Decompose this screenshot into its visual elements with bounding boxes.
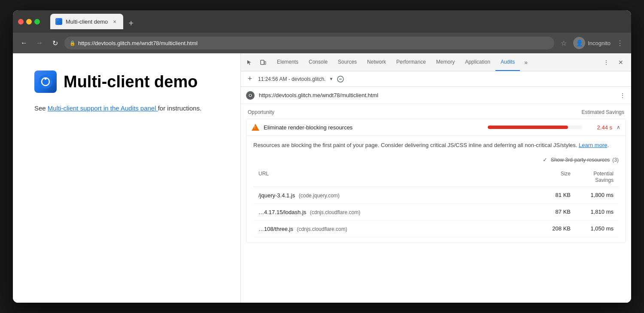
audit-url-row: https://devtools.glitch.me/wndt78/multic… bbox=[241, 87, 631, 104]
forward-button[interactable]: → bbox=[33, 37, 46, 49]
glitch-logo-svg bbox=[38, 74, 53, 89]
traffic-light-yellow[interactable] bbox=[26, 19, 32, 25]
resource-savings: 1,050 ms bbox=[571, 225, 614, 232]
incognito-icon: 👤 bbox=[573, 37, 585, 49]
resource-size: 81 KB bbox=[536, 192, 571, 198]
audit-desc-period: . bbox=[607, 142, 609, 148]
title-bar: 🔵 Multi-client demo ✕ + bbox=[13, 10, 631, 33]
page-desc-after: for instructions. bbox=[158, 104, 202, 112]
svg-rect-3 bbox=[261, 60, 264, 64]
device-icon bbox=[260, 59, 266, 65]
warning-icon bbox=[252, 123, 259, 131]
tab-memory[interactable]: Memory bbox=[431, 53, 460, 71]
back-button[interactable]: ← bbox=[18, 37, 30, 49]
audit-desc-text: Resources are blocking the first paint o… bbox=[253, 142, 579, 148]
resources-table-header: URL Size PotentialSavings bbox=[253, 168, 619, 187]
third-party-row: ✓ Show 3rd-party resources (3) bbox=[253, 157, 619, 168]
col-size-header: Size bbox=[536, 171, 571, 184]
tab-console[interactable]: Console bbox=[304, 53, 333, 71]
col-url-header: URL bbox=[258, 171, 536, 184]
audits-panel-link[interactable]: Multi-client support in the Audits panel bbox=[48, 104, 158, 112]
timestamp-dropdown[interactable]: ▼ bbox=[329, 77, 333, 81]
resources-table: URL Size PotentialSavings /jquery-3.4.1.… bbox=[253, 168, 619, 237]
page-title: Multi-client demo bbox=[64, 73, 197, 91]
audit-expand-button[interactable]: ∧ bbox=[617, 124, 620, 130]
element-picker-button[interactable] bbox=[243, 56, 255, 68]
resource-url-cell: …108/three.js (cdnjs.cloudflare.com) bbox=[258, 225, 536, 233]
audits-content: Opportunity Estimated Savings Eliminate … bbox=[241, 104, 631, 303]
tab-audits[interactable]: Audits bbox=[495, 53, 520, 71]
cursor-icon bbox=[246, 59, 252, 65]
tab-application[interactable]: Application bbox=[460, 53, 495, 71]
audit-progress-bar bbox=[488, 126, 582, 129]
browser-more-button[interactable]: ⋮ bbox=[614, 37, 626, 49]
tab-label: Multi-client demo bbox=[66, 18, 108, 25]
audit-savings: 2.44 s bbox=[586, 124, 612, 131]
incognito-label: Incognito bbox=[588, 40, 611, 46]
audit-item: Eliminate render-blocking resources 2.44… bbox=[246, 119, 626, 243]
resource-url-sub: (cdnjs.cloudflare.com) bbox=[310, 209, 360, 215]
audit-description: Resources are blocking the first paint o… bbox=[253, 141, 619, 150]
opportunity-header: Opportunity Estimated Savings bbox=[241, 104, 631, 119]
svg-point-7 bbox=[248, 93, 253, 98]
learn-more-link[interactable]: Learn more bbox=[579, 142, 607, 148]
favicon-icon bbox=[247, 92, 253, 98]
tab-bar: 🔵 Multi-client demo ✕ + bbox=[50, 14, 626, 29]
audit-timestamp: 11:24:56 AM - devtools.glitch. bbox=[258, 76, 325, 82]
resource-row: …108/three.js (cdnjs.cloudflare.com) 208… bbox=[253, 221, 619, 237]
clear-audits-button[interactable] bbox=[337, 75, 344, 83]
page-content: Multi-client demo See Multi-client suppo… bbox=[13, 53, 240, 303]
browser-window: 🔵 Multi-client demo ✕ + ← → ↻ 🔒 https://… bbox=[13, 10, 631, 303]
resource-size: 87 KB bbox=[536, 209, 571, 215]
resource-url-sub: (cdnjs.cloudflare.com) bbox=[297, 226, 347, 232]
svg-point-2 bbox=[45, 78, 47, 80]
tab-sources[interactable]: Sources bbox=[333, 53, 362, 71]
tab-favicon: 🔵 bbox=[55, 18, 62, 25]
cancel-icon bbox=[337, 76, 344, 83]
svg-rect-4 bbox=[264, 61, 266, 64]
browser-tab[interactable]: 🔵 Multi-client demo ✕ bbox=[50, 14, 123, 29]
third-party-count: (3) bbox=[612, 157, 619, 163]
device-mode-button[interactable] bbox=[257, 56, 269, 68]
audit-favicon bbox=[246, 91, 255, 100]
resource-savings: 1,800 ms bbox=[571, 192, 614, 198]
reload-button[interactable]: ↻ bbox=[49, 37, 61, 49]
main-content: Multi-client demo See Multi-client suppo… bbox=[13, 53, 631, 303]
page-logo-row: Multi-client demo bbox=[34, 71, 219, 93]
third-party-checkbox[interactable]: ✓ bbox=[542, 157, 548, 163]
tab-close-button[interactable]: ✕ bbox=[111, 18, 118, 25]
devtools-right-buttons: ⋮ ✕ bbox=[599, 56, 629, 68]
audit-url: https://devtools.glitch.me/wndt78/multic… bbox=[259, 92, 615, 98]
url-text: https://devtools.glitch.me/wndt78/multic… bbox=[78, 40, 197, 46]
lock-icon: 🔒 bbox=[70, 40, 76, 46]
page-logo bbox=[34, 71, 57, 93]
traffic-light-red[interactable] bbox=[18, 19, 24, 25]
devtools-settings-button[interactable]: ⋮ bbox=[600, 56, 612, 68]
resource-size: 208 KB bbox=[536, 225, 571, 232]
audit-item-header[interactable]: Eliminate render-blocking resources 2.44… bbox=[246, 119, 626, 135]
tab-performance[interactable]: Performance bbox=[391, 53, 431, 71]
bookmark-button[interactable]: ☆ bbox=[558, 37, 570, 49]
devtools-close-button[interactable]: ✕ bbox=[615, 56, 627, 68]
address-bar: ← → ↻ 🔒 https://devtools.glitch.me/wndt7… bbox=[13, 33, 631, 53]
devtools-panel: Elements Console Sources Network Perform… bbox=[240, 53, 631, 303]
tabs-more-button[interactable]: » bbox=[520, 56, 532, 68]
new-tab-button[interactable]: + bbox=[125, 17, 137, 29]
resource-url-main: …108/three.js bbox=[258, 226, 293, 232]
audit-options-button[interactable]: ⋮ bbox=[620, 92, 626, 99]
svg-point-0 bbox=[39, 75, 52, 89]
address-input[interactable]: 🔒 https://devtools.glitch.me/wndt78/mult… bbox=[64, 37, 554, 49]
third-party-label: Show 3rd-party resources bbox=[551, 157, 610, 163]
traffic-light-green[interactable] bbox=[34, 19, 40, 25]
warning-triangle bbox=[252, 124, 259, 131]
devtools-url-bar: + 11:24:56 AM - devtools.glitch. ▼ bbox=[241, 71, 631, 87]
devtools-toolbar: Elements Console Sources Network Perform… bbox=[241, 53, 631, 71]
resource-url-cell: /jquery-3.4.1.js (code.jquery.com) bbox=[258, 191, 536, 199]
page-desc-before: See bbox=[34, 104, 48, 112]
traffic-lights bbox=[18, 19, 40, 25]
add-audit-button[interactable]: + bbox=[245, 74, 255, 84]
tab-network[interactable]: Network bbox=[362, 53, 391, 71]
tab-elements[interactable]: Elements bbox=[272, 53, 304, 71]
audit-progress-fill bbox=[488, 126, 568, 129]
opportunity-label: Opportunity bbox=[248, 109, 274, 115]
